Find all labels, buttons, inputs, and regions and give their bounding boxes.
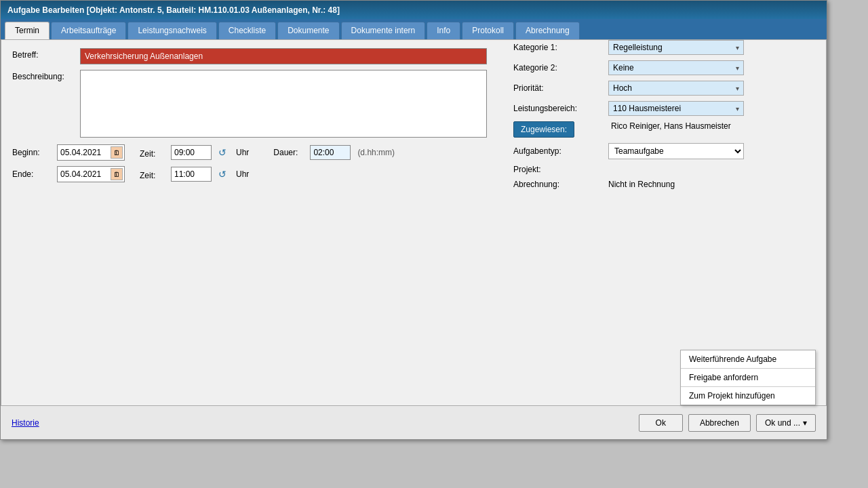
tab-protokoll[interactable]: Protokoll bbox=[462, 22, 514, 39]
tab-dokumente[interactable]: Dokumente bbox=[277, 22, 339, 39]
beginn-time-label: Zeit: bbox=[140, 147, 167, 159]
dauer-input[interactable] bbox=[310, 145, 351, 160]
window-title: Aufgabe Bearbeiten [Objekt: Antonstr. 5,… bbox=[7, 5, 340, 15]
kategorie2-label: Kategorie 2: bbox=[513, 63, 608, 73]
kategorie1-value: Regelleistung bbox=[613, 43, 663, 52]
kategorie2-dropdown[interactable]: Keine ▾ bbox=[608, 60, 744, 75]
ende-label: Ende: bbox=[12, 169, 53, 179]
kategorie2-arrow: ▾ bbox=[736, 64, 739, 72]
beginn-refresh-icon[interactable]: ↺ bbox=[216, 146, 229, 159]
zugewiesen-label: Zugewiesen: bbox=[513, 121, 608, 138]
leistungsbereich-value: 110 Hausmeisterei bbox=[613, 104, 681, 113]
ende-time-input[interactable] bbox=[171, 167, 212, 182]
beschreibung-textarea[interactable] bbox=[80, 70, 487, 138]
tab-dokumente-intern[interactable]: Dokumente intern bbox=[341, 22, 426, 39]
ok-button[interactable]: Ok bbox=[639, 414, 683, 432]
action-buttons: Ok Abbrechen Ok und ... ▾ bbox=[639, 414, 816, 432]
ende-date-field[interactable]: 🗓 bbox=[57, 166, 125, 182]
kategorie1-label: Kategorie 1: bbox=[513, 43, 608, 52]
okund-arrow: ▾ bbox=[803, 418, 807, 428]
prioritaet-arrow: ▾ bbox=[736, 85, 739, 92]
okund-button[interactable]: Ok und ... ▾ bbox=[756, 414, 816, 432]
beginn-label: Beginn: bbox=[12, 148, 53, 157]
tab-bar: Termin Arbeitsaufträge Leistungsnachweis… bbox=[1, 19, 827, 39]
abbrechen-button[interactable]: Abbrechen bbox=[688, 414, 751, 432]
title-bar: Aufgabe Bearbeiten [Objekt: Antonstr. 5,… bbox=[1, 1, 827, 19]
kategorie1-dropdown[interactable]: Regelleistung ▾ bbox=[608, 40, 744, 55]
leistungsbereich-dropdown[interactable]: 110 Hausmeisterei ▾ bbox=[608, 101, 744, 116]
zugewiesen-button[interactable]: Zugewiesen: bbox=[513, 121, 574, 138]
okund-label: Ok und ... bbox=[765, 418, 800, 428]
projekt-label: Projekt: bbox=[513, 165, 608, 174]
beginn-date-field[interactable]: 🗓 bbox=[57, 144, 125, 161]
aufgabentyp-select[interactable]: Teamaufgabe Einzelaufgabe bbox=[608, 143, 744, 159]
beginn-date-input[interactable] bbox=[60, 148, 109, 157]
beschreibung-label: Beschreibung: bbox=[12, 70, 80, 81]
leistungsbereich-arrow: ▾ bbox=[736, 105, 739, 113]
kategorie1-arrow: ▾ bbox=[736, 44, 739, 52]
ende-time-label: Zeit: bbox=[140, 169, 167, 180]
tab-info[interactable]: Info bbox=[427, 22, 460, 39]
tab-leistungsnachweis[interactable]: Leistungsnachweis bbox=[127, 22, 216, 39]
beginn-uhr: Uhr bbox=[236, 148, 249, 157]
dauer-label: Dauer: bbox=[273, 148, 298, 157]
menu-item-weiterfuehrende[interactable]: Weiterführende Aufgabe bbox=[681, 350, 815, 368]
dhhmm-label: (d.hh:mm) bbox=[357, 148, 395, 157]
historie-link[interactable]: Historie bbox=[12, 418, 39, 428]
tab-termin[interactable]: Termin bbox=[5, 22, 50, 39]
beginn-calendar-icon[interactable]: 🗓 bbox=[111, 146, 123, 159]
tab-abrechnung[interactable]: Abrechnung bbox=[515, 22, 580, 39]
ende-refresh-icon[interactable]: ↺ bbox=[216, 167, 229, 181]
abrechnung-label: Abrechnung: bbox=[513, 180, 608, 189]
betreff-input[interactable] bbox=[80, 48, 487, 64]
aufgabentyp-label: Aufgabentyp: bbox=[513, 146, 608, 156]
ende-calendar-icon[interactable]: 🗓 bbox=[111, 168, 123, 180]
kategorie2-value: Keine bbox=[613, 63, 634, 73]
prioritaet-dropdown[interactable]: Hoch ▾ bbox=[608, 81, 744, 96]
prioritaet-value: Hoch bbox=[613, 83, 632, 93]
bottom-bar: Historie Ok Abbrechen Ok und ... ▾ bbox=[1, 405, 827, 439]
menu-item-freigabe[interactable]: Freigabe anfordern bbox=[681, 369, 815, 386]
leistungsbereich-label: Leistungsbereich: bbox=[513, 104, 608, 113]
okund-dropdown-menu: Weiterführende Aufgabe Freigabe anforder… bbox=[680, 350, 816, 405]
ende-uhr: Uhr bbox=[236, 169, 249, 179]
ende-date-input[interactable] bbox=[60, 169, 109, 179]
beginn-time-input[interactable] bbox=[171, 145, 212, 160]
tab-arbeitsauftraege[interactable]: Arbeitsaufträge bbox=[51, 22, 126, 39]
prioritaet-label: Priorität: bbox=[513, 83, 608, 93]
betreff-label: Betreff: bbox=[12, 48, 80, 60]
menu-item-projekt[interactable]: Zum Projekt hinzufügen bbox=[681, 387, 815, 405]
zugewiesen-value: Rico Reiniger, Hans Hausmeister bbox=[611, 121, 731, 131]
tab-checkliste[interactable]: Checkliste bbox=[218, 22, 276, 39]
abrechnung-value: Nicht in Rechnung bbox=[608, 180, 675, 189]
